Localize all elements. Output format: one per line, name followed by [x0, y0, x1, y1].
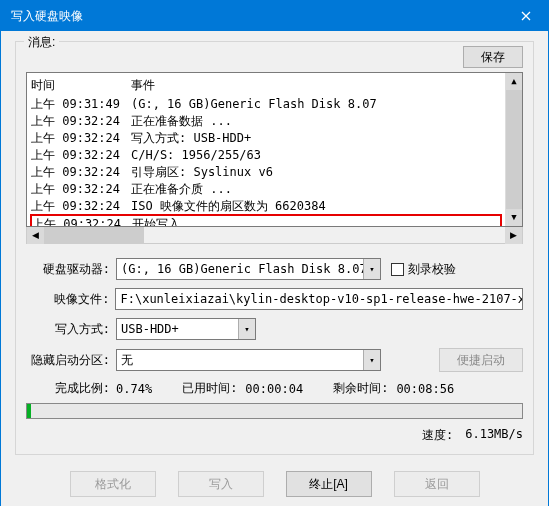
log-row-highlighted: 上午 09:32:24 开始写入 ... — [30, 214, 502, 227]
speed-value: 6.13MB/s — [465, 427, 523, 444]
dialog-body: 消息: 保存 时间 事件 上午 09:31:49 (G:, 16 GB)Gene… — [1, 31, 548, 506]
write-mode-label: 写入方式: — [26, 321, 116, 338]
log-row: 上午 09:32:24 引导扇区: Syslinux v6 — [31, 164, 501, 181]
write-button[interactable]: 写入 — [178, 471, 264, 497]
scroll-left-icon[interactable]: ◀ — [27, 227, 44, 244]
close-button[interactable] — [503, 1, 548, 31]
speed-label: 速度: — [422, 427, 453, 444]
message-group: 消息: 保存 时间 事件 上午 09:31:49 (G:, 16 GB)Gene… — [15, 41, 534, 455]
horizontal-scrollbar[interactable]: ◀ ▶ — [26, 227, 523, 244]
log-row: 上午 09:32:24 C/H/S: 1956/255/63 — [31, 147, 501, 164]
quick-boot-button[interactable]: 便捷启动 — [439, 348, 523, 372]
log-row: 上午 09:32:24 ISO 映像文件的扇区数为 6620384 — [31, 198, 501, 215]
log-row: 上午 09:32:24 正在准备数据 ... — [31, 113, 501, 130]
hidden-boot-label: 隐藏启动分区: — [26, 352, 116, 369]
log-row: 上午 09:32:24 正在准备介质 ... — [31, 181, 501, 198]
col-event-header: 事件 — [131, 77, 501, 94]
progress-bar — [26, 403, 523, 419]
vertical-scrollbar[interactable]: ▲ ▼ — [505, 73, 522, 226]
save-button[interactable]: 保存 — [463, 46, 523, 68]
log-header: 时间 事件 — [31, 75, 501, 96]
image-file-label: 映像文件: — [26, 291, 115, 308]
write-mode-select[interactable]: USB-HDD+ ▾ — [116, 318, 256, 340]
abort-button[interactable]: 终止[A] — [286, 471, 372, 497]
chevron-down-icon: ▾ — [238, 319, 255, 339]
back-button[interactable]: 返回 — [394, 471, 480, 497]
chevron-down-icon: ▾ — [363, 350, 380, 370]
progress-fill — [27, 404, 31, 418]
progress-stats: 完成比例: 0.74% 已用时间: 00:00:04 剩余时间: 00:08:5… — [26, 380, 523, 397]
col-time-header: 时间 — [31, 77, 131, 94]
verify-checkbox-row[interactable]: 刻录校验 — [391, 261, 456, 278]
message-legend: 消息: — [24, 34, 59, 51]
scroll-right-icon[interactable]: ▶ — [505, 227, 522, 244]
image-file-input[interactable]: F:\xunleixiazai\kylin-desktop-v10-sp1-re… — [115, 288, 523, 310]
scroll-up-icon[interactable]: ▲ — [506, 73, 522, 90]
log-row: 上午 09:31:49 (G:, 16 GB)Generic Flash Dis… — [31, 96, 501, 113]
format-button[interactable]: 格式化 — [70, 471, 156, 497]
disk-drive-label: 硬盘驱动器: — [26, 261, 116, 278]
elapsed-value: 00:00:04 — [245, 382, 303, 396]
verify-label: 刻录校验 — [408, 261, 456, 278]
titlebar: 写入硬盘映像 — [1, 1, 548, 31]
footer-buttons: 格式化 写入 终止[A] 返回 — [15, 471, 534, 497]
window-title: 写入硬盘映像 — [11, 8, 83, 25]
form-area: 硬盘驱动器: (G:, 16 GB)Generic Flash Disk 8.0… — [26, 258, 523, 444]
scroll-down-icon[interactable]: ▼ — [506, 209, 522, 226]
hscroll-thumb[interactable] — [44, 227, 144, 244]
log-row: 上午 09:32:24 写入方式: USB-HDD+ — [31, 130, 501, 147]
verify-checkbox[interactable] — [391, 263, 404, 276]
dialog-window: 写入硬盘映像 消息: 保存 时间 事件 上午 09:31:49 (G: — [0, 0, 549, 506]
log-container: 时间 事件 上午 09:31:49 (G:, 16 GB)Generic Fla… — [26, 72, 523, 244]
close-icon — [521, 11, 531, 21]
remain-value: 00:08:56 — [396, 382, 454, 396]
log-listbox[interactable]: 时间 事件 上午 09:31:49 (G:, 16 GB)Generic Fla… — [26, 72, 523, 227]
done-value: 0.74% — [116, 382, 152, 396]
disk-drive-select[interactable]: (G:, 16 GB)Generic Flash Disk 8.07 ▾ — [116, 258, 381, 280]
hidden-boot-select[interactable]: 无 ▾ — [116, 349, 381, 371]
remain-label: 剩余时间: — [333, 380, 388, 397]
speed-row: 速度: 6.13MB/s — [26, 427, 523, 444]
elapsed-label: 已用时间: — [182, 380, 237, 397]
scroll-thumb[interactable] — [506, 90, 522, 209]
done-label: 完成比例: — [26, 380, 116, 397]
chevron-down-icon: ▾ — [363, 259, 380, 279]
